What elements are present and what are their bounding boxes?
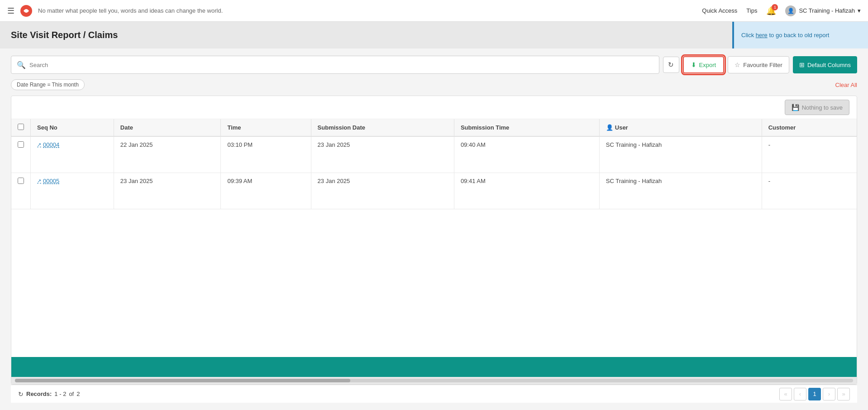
external-link-icon: ↗ <box>37 178 41 184</box>
first-page-button[interactable]: « <box>779 388 792 400</box>
tips-link[interactable]: Tips <box>746 7 757 14</box>
row-checkbox-cell[interactable] <box>11 136 31 173</box>
col-header-user: 👤 User <box>599 119 762 136</box>
row-submission-date: 23 Jan 2025 <box>311 136 454 173</box>
records-of-label: of <box>69 391 74 397</box>
app-logo <box>20 5 33 17</box>
search-icon: 🔍 <box>17 61 26 69</box>
row-seq-no: ↗ 00004 <box>31 136 114 173</box>
row-customer: - <box>762 173 857 209</box>
export-label: Export <box>699 62 716 68</box>
user-header-label: User <box>615 124 628 131</box>
records-total: 2 <box>76 391 80 397</box>
quick-access-link[interactable]: Quick Access <box>702 7 737 14</box>
refresh-icon: ↻ <box>668 61 674 69</box>
top-navigation: ☰ No matter what people tell you, words … <box>0 0 868 22</box>
user-col-header-container: 👤 User <box>606 124 755 131</box>
row-checkbox[interactable] <box>18 178 24 184</box>
data-table: Seq No Date Time Submission Date Submiss… <box>11 119 857 209</box>
external-link-icon: ↗ <box>37 142 41 148</box>
row-user: SC Training - Hafizah <box>599 136 762 173</box>
star-icon: ☆ <box>734 61 740 68</box>
row-date: 23 Jan 2025 <box>114 173 221 209</box>
row-time: 09:39 AM <box>221 173 311 209</box>
user-menu[interactable]: 👤 SC Training - Hafizah ▾ <box>785 5 861 16</box>
pagination-bar: ↻ Records: 1 - 2 of 2 « ‹ 1 › » <box>11 385 857 403</box>
pagination-controls: « ‹ 1 › » <box>779 388 850 400</box>
row-time: 03:10 PM <box>221 136 311 173</box>
col-header-customer: Customer <box>762 119 857 136</box>
col-header-seq-no: Seq No <box>31 119 114 136</box>
filter-chips: Date Range = This month <box>11 79 85 90</box>
page-title: Site Visit Report / Claims <box>11 30 118 40</box>
row-submission-date: 23 Jan 2025 <box>311 173 454 209</box>
save-icon: 💾 <box>792 104 799 111</box>
motivational-quote: No matter what people tell you, words an… <box>38 7 223 14</box>
scroll-thumb <box>15 379 350 382</box>
last-page-button[interactable]: » <box>837 388 850 400</box>
row-submission-time: 09:41 AM <box>454 173 599 209</box>
nothing-save-label: Nothing to save <box>802 104 843 111</box>
table-header-row: Seq No Date Time Submission Date Submiss… <box>11 119 857 136</box>
nothing-to-save-button: 💾 Nothing to save <box>785 100 849 115</box>
default-cols-label: Default Columns <box>807 62 851 68</box>
back-link-anchor[interactable]: here <box>756 32 768 39</box>
table-scroll[interactable]: Seq No Date Time Submission Date Submiss… <box>11 119 857 357</box>
row-checkbox[interactable] <box>18 141 24 148</box>
user-header-icon: 👤 <box>606 124 613 131</box>
row-date: 22 Jan 2025 <box>114 136 221 173</box>
favourite-filter-button[interactable]: ☆ Favourite Filter <box>728 56 789 73</box>
table-row: ↗ 00004 22 Jan 2025 03:10 PM 23 Jan 2025… <box>11 136 857 173</box>
notifications-bell[interactable]: 🔔 1 <box>766 6 776 16</box>
search-input[interactable] <box>29 62 653 68</box>
next-page-button[interactable]: › <box>823 388 835 400</box>
prev-page-button[interactable]: ‹ <box>794 388 806 400</box>
records-range: 1 - 2 <box>54 391 66 397</box>
topnav-right: Quick Access Tips 🔔 1 👤 SC Training - Ha… <box>702 5 861 16</box>
seq-no-value: 00005 <box>43 178 59 184</box>
fav-filter-label: Favourite Filter <box>743 62 782 68</box>
records-info: ↻ Records: 1 - 2 of 2 <box>18 391 80 398</box>
col-header-submission-date: Submission Date <box>311 119 454 136</box>
row-user: SC Training - Hafizah <box>599 173 762 209</box>
toolbar: 🔍 ↻ ⬇ Export ☆ Favourite Filter ⊞ Defaul… <box>11 56 857 74</box>
user-name-label: SC Training - Hafizah <box>799 7 855 14</box>
table-row: ↗ 00005 23 Jan 2025 09:39 AM 23 Jan 2025… <box>11 173 857 209</box>
export-icon: ⬇ <box>691 61 696 68</box>
col-header-submission-time: Submission Time <box>454 119 599 136</box>
export-button[interactable]: ⬇ Export <box>683 56 725 73</box>
columns-icon: ⊞ <box>799 61 805 68</box>
user-avatar: 👤 <box>785 5 796 16</box>
hamburger-menu-icon[interactable]: ☰ <box>7 6 14 16</box>
table-container: 💾 Nothing to save Seq No Date Time Submi… <box>11 96 857 385</box>
seq-no-link[interactable]: ↗ 00004 <box>37 141 107 148</box>
user-chevron-icon: ▾ <box>858 7 861 14</box>
col-header-time: Time <box>221 119 311 136</box>
row-submission-time: 09:40 AM <box>454 136 599 173</box>
notification-badge: 1 <box>772 4 778 10</box>
horizontal-scrollbar[interactable] <box>11 377 857 384</box>
row-checkbox-cell[interactable] <box>11 173 31 209</box>
page-1-button[interactable]: 1 <box>808 388 821 400</box>
select-all-checkbox[interactable] <box>18 124 24 130</box>
refresh-button[interactable]: ↻ <box>663 57 679 73</box>
content-area: 🔍 ↻ ⬇ Export ☆ Favourite Filter ⊞ Defaul… <box>0 48 868 410</box>
back-link-banner: Click here to go back to old report <box>732 22 868 48</box>
default-columns-button[interactable]: ⊞ Default Columns <box>793 56 857 73</box>
col-header-date: Date <box>114 119 221 136</box>
page-header: Site Visit Report / Claims Click here to… <box>0 22 868 48</box>
row-customer: - <box>762 136 857 173</box>
seq-no-link[interactable]: ↗ 00005 <box>37 178 107 184</box>
select-all-checkbox-header[interactable] <box>11 119 31 136</box>
topnav-left: ☰ No matter what people tell you, words … <box>7 5 702 17</box>
teal-footer-bar <box>11 357 857 377</box>
table-body: ↗ 00004 22 Jan 2025 03:10 PM 23 Jan 2025… <box>11 136 857 209</box>
records-label: Records: <box>26 391 52 397</box>
date-range-filter-chip[interactable]: Date Range = This month <box>11 79 85 90</box>
refresh-records-icon[interactable]: ↻ <box>18 391 24 398</box>
row-seq-no: ↗ 00005 <box>31 173 114 209</box>
search-box[interactable]: 🔍 <box>11 56 659 74</box>
back-link-suffix: to go back to old report <box>769 32 829 39</box>
scroll-track <box>15 379 853 382</box>
clear-all-button[interactable]: Clear All <box>835 82 857 88</box>
